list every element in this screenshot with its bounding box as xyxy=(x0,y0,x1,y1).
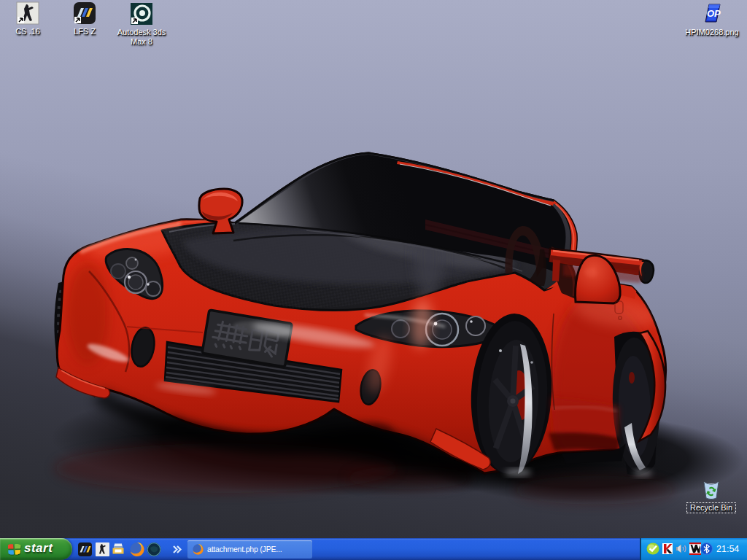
svg-text:21:54: 21:54 xyxy=(716,544,739,554)
svg-text:OP: OP xyxy=(707,8,721,19)
